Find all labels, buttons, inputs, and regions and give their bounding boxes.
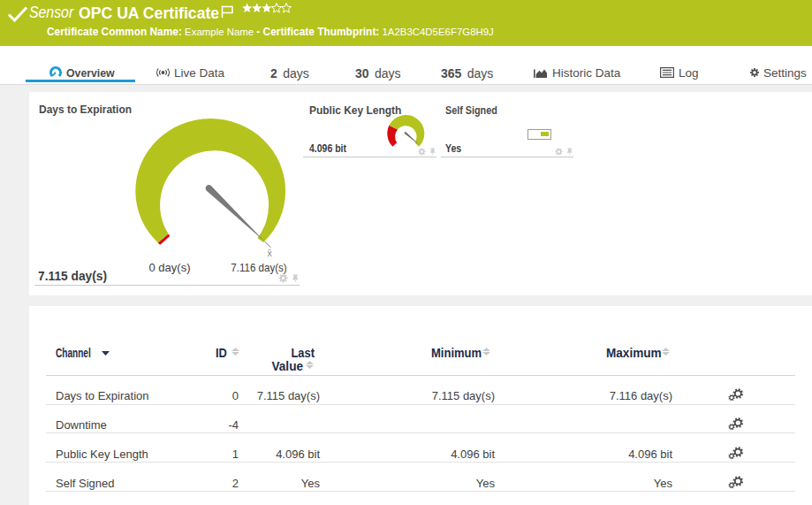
svg-text:x̄: x̄ (267, 248, 272, 258)
